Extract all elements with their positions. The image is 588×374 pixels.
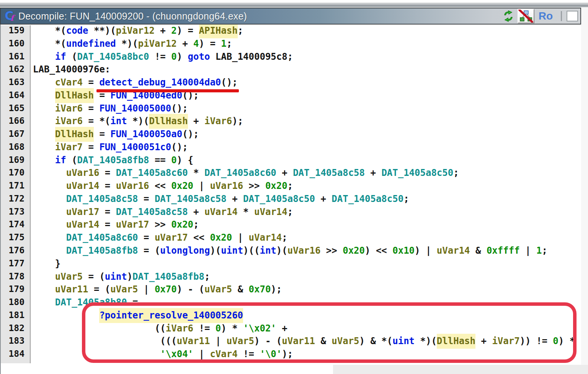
code-token: (	[66, 51, 77, 62]
code-token: *)(	[415, 336, 437, 346]
code-line[interactable]: DllHash = FUN_1400050a0();	[33, 129, 581, 142]
code-line[interactable]: '\x04' | cVar4 != '\0');	[33, 349, 581, 362]
code-token: if	[55, 51, 66, 62]
decompile-titlebar[interactable]: C f Decompile: FUN_140009200 - (chuonngd…	[0, 8, 581, 25]
line-number: 174	[1, 219, 30, 232]
code-token: =	[94, 129, 110, 139]
code-token: +	[177, 38, 193, 49]
line-number: 183	[1, 336, 30, 349]
decompiled-code-panel[interactable]: 1591601611621631641651661671681691701711…	[0, 25, 581, 374]
code-token: ==	[149, 155, 171, 166]
code-token: int	[260, 245, 276, 256]
code-token	[33, 77, 55, 88]
code-token: +	[227, 194, 243, 204]
code-token: >>	[149, 219, 171, 230]
code-line[interactable]: if (DAT_1405a8bc0 != 0) goto LAB_1400095…	[33, 51, 581, 64]
code-token: ;	[403, 194, 409, 204]
code-token: uVar5	[204, 284, 232, 295]
code-token: *	[188, 167, 204, 178]
code-token: ) =	[199, 38, 221, 49]
outside-bottom-right-area	[333, 365, 588, 374]
code-token: uVar16	[116, 180, 149, 191]
code-line[interactable]: uVar14 = uVar17 >> 0x20;	[33, 219, 581, 232]
code-token: )	[177, 51, 188, 62]
readonly-indicator[interactable]: Ro	[539, 10, 553, 22]
code-token: ;	[227, 38, 232, 49]
outside-right-area	[581, 8, 588, 374]
code-token: LAB_14000976e:	[33, 64, 110, 75]
code-token: 0x10	[392, 245, 415, 256]
code-token: DAT_1405a8c50	[381, 167, 453, 178]
code-token: uVar14	[254, 207, 287, 217]
code-lines[interactable]: *(code **)(piVar12 + 2) = APIHash; *(und…	[33, 25, 581, 362]
code-token	[33, 297, 55, 308]
code-line[interactable]: LAB_14000976e:	[33, 64, 581, 77]
code-line[interactable]: (((uVar11 | uVar5) - (uVar11 & uVar5) & …	[33, 336, 581, 349]
code-line[interactable]: DAT_1405a8fb8 = (ulonglong)(uint)((int)(…	[33, 245, 581, 258]
code-token: !=	[193, 323, 216, 334]
code-line[interactable]: DllHash = FUN_140004ed0();	[33, 90, 581, 103]
code-token: uVar14	[66, 219, 100, 230]
code-line[interactable]: iVar6 = *(int *)(DllHash + iVar6);	[33, 116, 581, 129]
code-token: DAT_1405a8c50	[332, 194, 403, 204]
code-token: uVar5	[55, 271, 83, 282]
toolbar-partial-button[interactable]	[567, 11, 578, 21]
code-token	[33, 349, 160, 359]
code-line[interactable]: ?pointer_resolve_140005260	[33, 310, 581, 323]
code-token	[33, 284, 55, 295]
code-token: )(	[276, 245, 287, 256]
line-number: 164	[1, 90, 30, 103]
code-line[interactable]: ((iVar6 != 0) * '\x02' +	[33, 323, 581, 336]
line-number: 171	[1, 180, 30, 194]
code-line[interactable]: cVar4 = detect_debug_140004da0();	[33, 77, 581, 90]
code-line[interactable]: iVar7 = FUN_1400051c0();	[33, 142, 581, 155]
code-line[interactable]: uVar17 = DAT_1405a8c58 + uVar14 * uVar14…	[33, 207, 581, 220]
code-token: code	[66, 25, 88, 36]
line-number: 180	[1, 297, 30, 310]
code-token: +	[475, 336, 492, 346]
window-title: Decompile: FUN_140009200 - (chuonngdong6…	[18, 11, 247, 22]
code-line[interactable]: *(code **)(piVar12 + 2) = APIHash;	[33, 25, 581, 38]
refresh-button[interactable]	[501, 10, 515, 22]
code-line[interactable]: uVar16 = DAT_1405a8c60 * DAT_1405a8c60 +…	[33, 167, 581, 180]
code-token: DAT_1405a8c60	[116, 167, 188, 178]
code-token: 0x70	[155, 284, 177, 295]
code-token: DllHash	[55, 88, 94, 103]
code-token: +	[188, 207, 204, 217]
code-line[interactable]: DAT_1405a8c58 = DAT_1405a8c58 + DAT_1405…	[33, 194, 581, 207]
code-token: =	[83, 103, 99, 114]
code-line[interactable]: uVar5 = (uint)DAT_1405a8fb8;	[33, 271, 581, 284]
code-line[interactable]: uVar14 = uVar16 << 0x20 | uVar16 >> 0x20…	[33, 180, 581, 194]
line-number: 163	[1, 77, 30, 90]
code-line[interactable]: iVar6 = FUN_140005000();	[33, 103, 581, 116]
code-token: );	[282, 349, 293, 359]
code-token: detect_debug_140004da0	[99, 77, 221, 88]
code-line[interactable]: }	[33, 258, 581, 271]
code-token: ) *	[559, 336, 575, 346]
code-token: cVar4	[210, 349, 237, 359]
code-line[interactable]: if (DAT_1405a8fb8 == 0) {	[33, 155, 581, 168]
code-token	[33, 103, 55, 114]
line-number: 172	[1, 194, 30, 207]
code-token: uVar16	[287, 245, 321, 256]
code-token: ();	[182, 129, 199, 139]
code-token: FUN_140005000	[99, 103, 171, 114]
code-token: 1	[221, 38, 226, 49]
code-token: 4	[193, 38, 199, 49]
code-token: = (	[138, 245, 160, 256]
graph-disabled-icon	[518, 10, 534, 23]
code-line[interactable]: DAT_1405a8c60 = uVar17 << 0x20 | uVar14;	[33, 232, 581, 245]
code-token: iVar7	[492, 336, 519, 346]
code-token: =	[138, 194, 155, 204]
code-token: !=	[238, 349, 260, 359]
code-token: =	[138, 232, 155, 243]
code-token: =	[99, 180, 116, 191]
code-token: APIHash	[199, 25, 238, 38]
decompile-window: C f Decompile: FUN_140009200 - (chuonngd…	[0, 8, 581, 374]
code-token: 0	[553, 336, 558, 346]
code-line[interactable]: *(undefined *)(piVar12 + 4) = 1;	[33, 38, 581, 51]
code-token: +	[188, 116, 204, 126]
graph-view-toggle-button[interactable]	[518, 9, 534, 23]
code-line[interactable]: uVar11 = (uVar5 | 0x70) - (uVar5 & 0x70)…	[33, 284, 581, 297]
code-token: = *(	[83, 116, 110, 126]
